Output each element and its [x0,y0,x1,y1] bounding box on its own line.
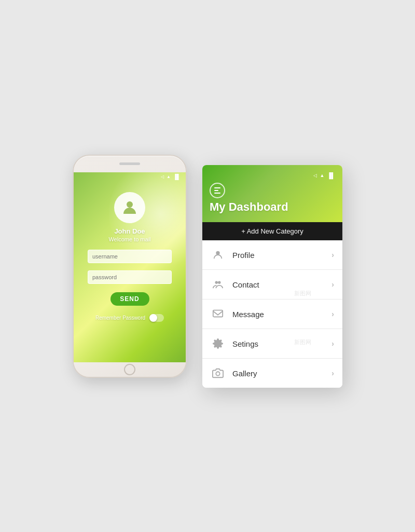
dashboard-title: My Dashboard [210,200,335,214]
wifi-icon: ▲ [167,174,171,179]
menu-item-profile[interactable]: Profile › [202,240,342,270]
username-input[interactable] [88,250,172,263]
contact-chevron: › [331,280,334,289]
home-button[interactable] [124,364,135,375]
scene: 新图网 新图网 新图网 新图网 新图网 新图网 新图网 ◁ ▲ ▐▌ Jo [73,144,342,388]
dash-wifi-icon: ▲ [320,173,324,178]
dash-battery-icon: ▐▌ [327,172,335,179]
svg-point-0 [127,201,133,208]
toggle-thumb [149,314,157,322]
menu-line-2 [214,190,218,191]
remember-row: Remember Password [95,314,164,322]
remember-label: Remember Password [95,315,145,321]
add-category-bar[interactable]: + Add New Category [202,222,342,240]
user-name: John Doe [114,227,145,235]
svg-point-2 [215,281,218,284]
profile-icon [211,248,225,262]
phone-top-bar [74,156,186,172]
menu-item-contact[interactable]: Contact › [202,270,342,299]
settings-icon [211,336,225,351]
contact-label: Contact [232,280,324,289]
contact-icon [211,277,225,292]
svg-point-1 [216,251,219,255]
svg-rect-4 [213,310,223,317]
menu-item-gallery[interactable]: Gallery › [202,359,342,388]
gallery-label: Gallery [232,369,324,378]
navigation-icon: ◁ [161,174,164,179]
dashboard-status-bar: ◁ ▲ ▐▌ [210,172,335,179]
dash-nav-icon: ◁ [313,173,317,178]
avatar [114,192,145,223]
gallery-icon [211,366,225,380]
dashboard-header: ◁ ▲ ▐▌ My Dashboard [202,165,342,222]
user-welcome: Welcome to mail [108,236,150,242]
svg-point-5 [216,372,219,375]
menu-item-settings[interactable]: Setings › [202,329,342,359]
remember-toggle[interactable] [149,314,164,322]
profile-label: Profile [232,251,324,260]
message-label: Message [232,310,324,319]
password-input[interactable] [88,270,172,284]
menu-item-message[interactable]: Message › [202,299,342,329]
menu-items: Profile › Contact › [202,240,342,388]
phone-screen: ◁ ▲ ▐▌ John Doe Welcome to mail SEND [74,172,186,362]
svg-point-3 [218,281,221,284]
avatar-icon [120,198,139,217]
menu-lines [214,187,220,194]
message-chevron: › [331,310,334,318]
phone-status-bar: ◁ ▲ ▐▌ [74,172,186,182]
phone-login: ◁ ▲ ▐▌ John Doe Welcome to mail SEND [73,155,187,378]
menu-icon[interactable] [210,183,225,198]
phone-bottom [74,362,186,377]
settings-label: Setings [232,339,324,348]
profile-chevron: › [331,251,334,259]
gallery-chevron: › [331,369,334,377]
dashboard-panel: ◁ ▲ ▐▌ My Dashboard + Add New Category [202,165,342,388]
send-button[interactable]: SEND [110,292,149,306]
battery-icon: ▐▌ [173,174,181,180]
phone-speaker [119,162,140,165]
message-icon [211,307,225,321]
settings-chevron: › [331,339,334,348]
menu-line-1 [214,187,220,188]
menu-line-3 [214,193,220,194]
